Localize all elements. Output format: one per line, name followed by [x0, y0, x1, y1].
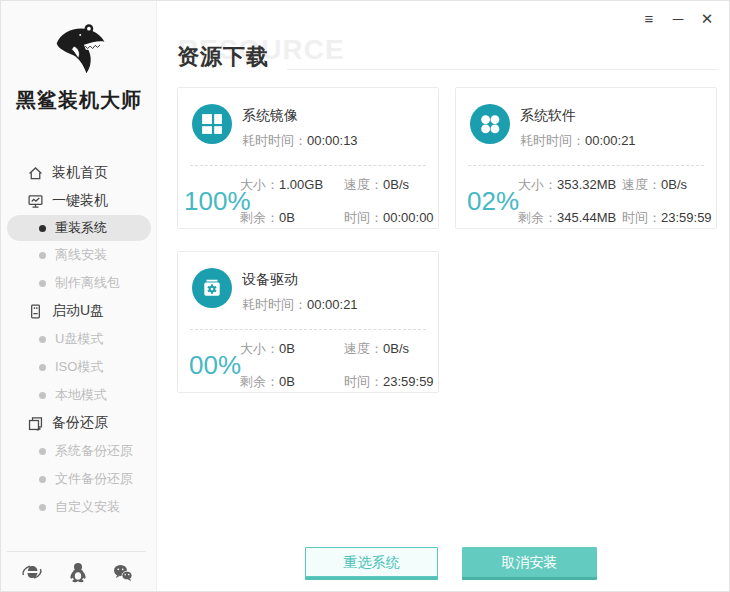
app-window: 黑鲨装机大师 装机首页 一键装机 — [0, 0, 730, 592]
stats: 大小：1.00GB 速度：0B/s 剩余：0B 时间：00:00:00 — [240, 176, 430, 242]
speed-value: 0B/s — [383, 341, 409, 356]
remain-label: 剩余： — [518, 210, 557, 225]
title-underline — [287, 69, 717, 70]
sidebar-item-system-backup-restore[interactable]: 系统备份还原 — [1, 437, 157, 465]
sidebar: 黑鲨装机大师 装机首页 一键装机 — [1, 1, 157, 592]
time-label: 时间： — [344, 374, 383, 389]
minimize-icon[interactable]: ─ — [670, 11, 686, 27]
page-title: 资源下载 — [177, 42, 269, 72]
download-card-system-software: 系统软件 耗时时间：00:00:21 02% 大小：353.32MB 速度：0B… — [455, 87, 717, 229]
remain-value: 345.44MB — [557, 210, 616, 225]
bullet-icon — [39, 364, 46, 371]
wechat-icon[interactable] — [112, 562, 134, 584]
sidebar-item-usb-mode[interactable]: U盘模式 — [1, 325, 157, 353]
elapsed-value: 00:00:13 — [307, 133, 358, 148]
bullet-icon — [39, 392, 46, 399]
stats: 大小：0B 速度：0B/s 剩余：0B 时间：23:59:59 — [240, 340, 430, 406]
elapsed-value: 00:00:21 — [307, 297, 358, 312]
bullet-icon — [39, 448, 46, 455]
elapsed-label: 耗时时间： — [242, 297, 307, 312]
sidebar-item-home[interactable]: 装机首页 — [1, 159, 157, 187]
remain-label: 剩余： — [240, 374, 279, 389]
backup-restore-icon — [27, 415, 44, 432]
bullet-icon — [39, 225, 46, 232]
speed-value: 0B/s — [661, 177, 687, 192]
sidebar-item-file-backup-restore[interactable]: 文件备份还原 — [1, 465, 157, 493]
elapsed-row: 耗时时间：00:00:21 — [242, 296, 358, 314]
sidebar-divider — [7, 551, 146, 552]
progress-percent: 02% — [462, 186, 524, 217]
bullet-icon — [39, 336, 46, 343]
time-value: 00:00:00 — [383, 210, 434, 225]
ie-icon[interactable] — [21, 561, 43, 583]
time-value: 23:59:59 — [383, 374, 434, 389]
card-title: 系统镜像 — [242, 107, 298, 125]
size-label: 大小： — [240, 341, 279, 356]
elapsed-row: 耗时时间：00:00:13 — [242, 132, 358, 150]
home-icon — [27, 165, 44, 182]
sidebar-item-custom-install[interactable]: 自定义安装 — [1, 493, 157, 521]
sidebar-item-label: 重装系统 — [55, 219, 107, 237]
sidebar-item-reinstall-system[interactable]: 重装系统 — [7, 215, 151, 241]
progress-percent: 100% — [184, 186, 246, 217]
speed-value: 0B/s — [383, 177, 409, 192]
remain-value: 0B — [279, 210, 295, 225]
sidebar-item-offline-install[interactable]: 离线安装 — [1, 241, 157, 269]
size-label: 大小： — [240, 177, 279, 192]
size-value: 353.32MB — [557, 177, 616, 192]
sidebar-item-iso-mode[interactable]: ISO模式 — [1, 353, 157, 381]
sidebar-item-one-key-install[interactable]: 一键装机 — [1, 187, 157, 215]
download-card-device-driver: 设备驱动 耗时时间：00:00:21 00% 大小：0B 速度：0B/s 剩余：… — [177, 251, 439, 393]
sidebar-item-label: 文件备份还原 — [55, 470, 133, 488]
monitor-icon — [27, 193, 44, 210]
device-driver-icon — [192, 268, 232, 308]
elapsed-label: 耗时时间： — [242, 133, 307, 148]
sidebar-item-label: 装机首页 — [52, 164, 108, 182]
bullet-icon — [39, 252, 46, 259]
windows-grid-icon — [192, 104, 232, 144]
bullet-icon — [39, 504, 46, 511]
elapsed-label: 耗时时间： — [520, 133, 585, 148]
sidebar-menu: 装机首页 一键装机 重装系统 离线安装 — [1, 159, 157, 521]
menu-icon[interactable]: ≡ — [641, 11, 657, 27]
elapsed-value: 00:00:21 — [585, 133, 636, 148]
speed-label: 速度： — [344, 341, 383, 356]
speed-label: 速度： — [344, 177, 383, 192]
card-title: 设备驱动 — [242, 271, 298, 289]
sidebar-item-label: 启动U盘 — [52, 302, 104, 320]
cancel-install-button[interactable]: 取消安装 — [462, 547, 597, 577]
sidebar-item-label: 一键装机 — [52, 192, 108, 210]
qq-icon[interactable] — [67, 561, 89, 583]
sidebar-item-local-mode[interactable]: 本地模式 — [1, 381, 157, 409]
size-value: 1.00GB — [279, 177, 323, 192]
app-logo: 黑鲨装机大师 — [1, 21, 157, 114]
reselect-system-button[interactable]: 重选系统 — [305, 547, 438, 577]
dashed-divider — [190, 165, 426, 166]
time-label: 时间： — [344, 210, 383, 225]
bullet-icon — [39, 476, 46, 483]
window-controls: ≡ ─ ✕ — [641, 11, 715, 27]
sidebar-item-backup-restore[interactable]: 备份还原 — [1, 409, 157, 437]
sidebar-item-label: 自定义安装 — [55, 498, 120, 516]
stats: 大小：353.32MB 速度：0B/s 剩余：345.44MB 时间：23:59… — [518, 176, 708, 242]
app-name: 黑鲨装机大师 — [1, 87, 157, 114]
close-icon[interactable]: ✕ — [699, 11, 715, 27]
size-label: 大小： — [518, 177, 557, 192]
sidebar-footer — [1, 561, 157, 587]
sidebar-item-boot-usb[interactable]: 启动U盘 — [1, 297, 157, 325]
download-card-system-image: 系统镜像 耗时时间：00:00:13 100% 大小：1.00GB 速度：0B/… — [177, 87, 439, 229]
dashed-divider — [468, 165, 704, 166]
sidebar-item-label: ISO模式 — [55, 358, 103, 376]
progress-percent: 00% — [184, 350, 246, 381]
sidebar-item-make-offline-pack[interactable]: 制作离线包 — [1, 269, 157, 297]
dashed-divider — [190, 329, 426, 330]
software-apps-icon — [470, 104, 510, 144]
shark-logo-icon — [48, 67, 110, 84]
time-value: 23:59:59 — [661, 210, 712, 225]
elapsed-row: 耗时时间：00:00:21 — [520, 132, 636, 150]
remain-label: 剩余： — [240, 210, 279, 225]
size-value: 0B — [279, 341, 295, 356]
bullet-icon — [39, 280, 46, 287]
sidebar-item-label: 本地模式 — [55, 386, 107, 404]
sidebar-item-label: 备份还原 — [52, 414, 108, 432]
